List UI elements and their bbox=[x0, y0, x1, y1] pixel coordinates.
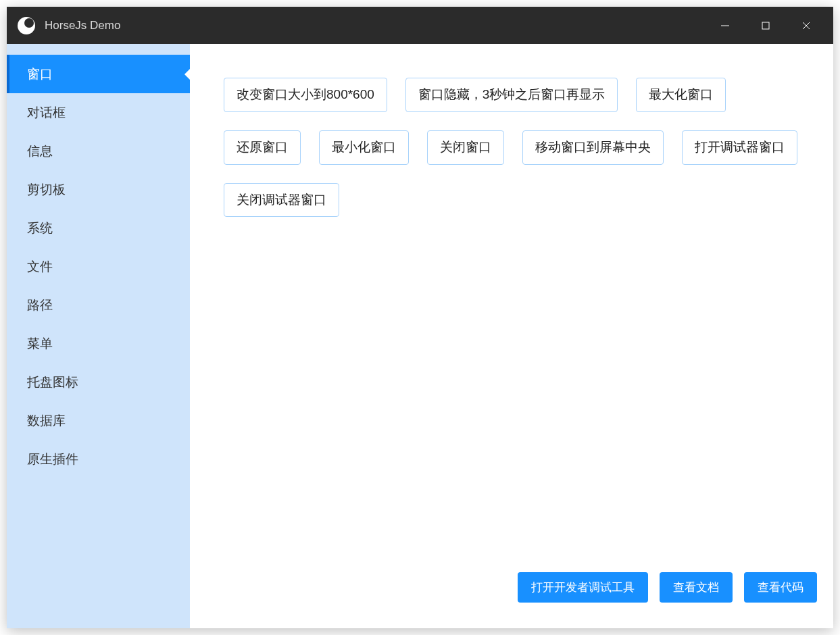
app-body: 窗口 对话框 信息 剪切板 系统 文件 路径 菜单 bbox=[7, 44, 833, 628]
window-title: HorseJs Demo bbox=[45, 19, 705, 32]
sidebar-item-tray[interactable]: 托盘图标 bbox=[7, 363, 190, 401]
restore-window-button[interactable]: 还原窗口 bbox=[224, 130, 301, 165]
sidebar-item-label: 剪切板 bbox=[27, 181, 66, 199]
titlebar[interactable]: HorseJs Demo bbox=[7, 7, 833, 44]
sidebar-item-database[interactable]: 数据库 bbox=[7, 401, 190, 440]
sidebar-item-label: 托盘图标 bbox=[27, 374, 78, 391]
hide-show-window-button[interactable]: 窗口隐藏，3秒钟之后窗口再显示 bbox=[405, 78, 618, 112]
app-window: HorseJs Demo 窗口 对话框 信息 剪切板 bbox=[7, 7, 833, 628]
sidebar-item-dialog[interactable]: 对话框 bbox=[7, 93, 190, 132]
sidebar-item-label: 窗口 bbox=[27, 66, 53, 83]
sidebar-item-label: 路径 bbox=[27, 297, 53, 314]
sidebar-item-path[interactable]: 路径 bbox=[7, 286, 190, 324]
sidebar-item-system[interactable]: 系统 bbox=[7, 209, 190, 247]
view-docs-button[interactable]: 查看文档 bbox=[660, 572, 733, 603]
minimize-button[interactable] bbox=[705, 7, 745, 44]
resize-window-button[interactable]: 改变窗口大小到800*600 bbox=[224, 78, 387, 112]
center-window-button[interactable]: 移动窗口到屏幕中央 bbox=[522, 130, 664, 165]
sidebar-item-label: 菜单 bbox=[27, 335, 53, 353]
sidebar-item-label: 原生插件 bbox=[27, 451, 78, 468]
view-code-button[interactable]: 查看代码 bbox=[744, 572, 817, 603]
sidebar-item-window[interactable]: 窗口 bbox=[7, 55, 190, 93]
minimize-window-button[interactable]: 最小化窗口 bbox=[319, 130, 409, 165]
sidebar-item-native-plugin[interactable]: 原生插件 bbox=[7, 440, 190, 478]
app-icon bbox=[18, 17, 35, 34]
main-panel: 改变窗口大小到800*600 窗口隐藏，3秒钟之后窗口再显示 最大化窗口 还原窗… bbox=[190, 44, 833, 628]
sidebar-item-label: 信息 bbox=[27, 143, 53, 160]
sidebar-item-label: 对话框 bbox=[27, 104, 66, 122]
close-debugger-button[interactable]: 关闭调试器窗口 bbox=[224, 183, 339, 218]
close-button[interactable] bbox=[786, 7, 826, 44]
svg-rect-1 bbox=[762, 22, 769, 29]
sidebar-item-label: 文件 bbox=[27, 258, 53, 276]
sidebar-item-clipboard[interactable]: 剪切板 bbox=[7, 170, 190, 209]
maximize-icon bbox=[761, 21, 770, 30]
minimize-icon bbox=[720, 21, 730, 30]
action-grid: 改变窗口大小到800*600 窗口隐藏，3秒钟之后窗口再显示 最大化窗口 还原窗… bbox=[190, 44, 833, 217]
sidebar-item-label: 系统 bbox=[27, 220, 53, 237]
maximize-window-button[interactable]: 最大化窗口 bbox=[636, 78, 726, 112]
sidebar-item-label: 数据库 bbox=[27, 412, 66, 430]
footer-actions: 打开开发者调试工具 查看文档 查看代码 bbox=[518, 572, 817, 603]
close-window-button[interactable]: 关闭窗口 bbox=[427, 130, 504, 165]
close-icon bbox=[801, 21, 811, 30]
sidebar-item-file[interactable]: 文件 bbox=[7, 247, 190, 286]
maximize-button[interactable] bbox=[745, 7, 786, 44]
sidebar-item-menu[interactable]: 菜单 bbox=[7, 324, 190, 363]
sidebar: 窗口 对话框 信息 剪切板 系统 文件 路径 菜单 bbox=[7, 44, 190, 628]
sidebar-item-info[interactable]: 信息 bbox=[7, 132, 190, 170]
window-controls bbox=[705, 7, 826, 44]
open-devtools-button[interactable]: 打开开发者调试工具 bbox=[518, 572, 648, 603]
open-debugger-button[interactable]: 打开调试器窗口 bbox=[682, 130, 797, 165]
